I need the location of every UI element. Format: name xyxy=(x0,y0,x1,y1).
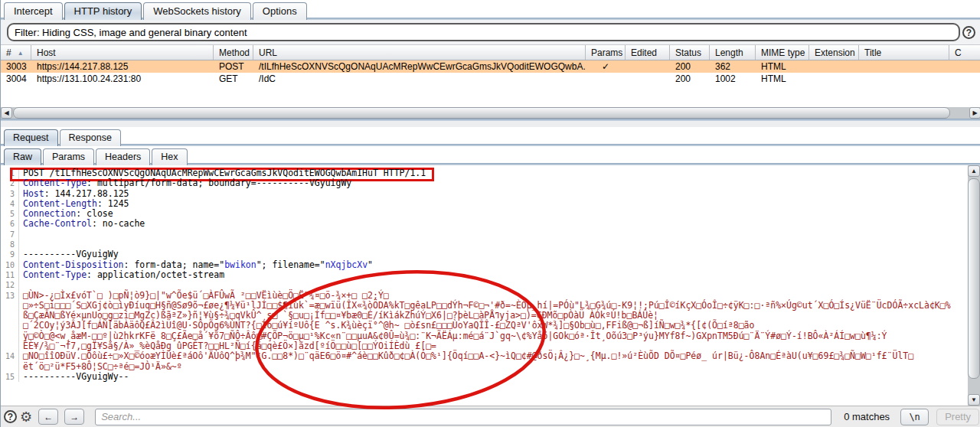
request-line: 11Content-Type: application/octet-stream xyxy=(1,270,969,280)
table-cell: https://144.217.88.125 xyxy=(31,60,214,73)
gear-icon[interactable]: ⚙ xyxy=(20,410,32,424)
table-cell: 200 xyxy=(670,60,710,73)
table-horizontal-scrollbar[interactable]: ◀ ▶ xyxy=(1,107,980,119)
table-cell xyxy=(626,73,670,85)
search-input[interactable] xyxy=(95,409,831,425)
filter-bar[interactable]: Filter: Hiding CSS, image and general bi… xyxy=(7,23,960,41)
line-text: □ÙN>-¿□Ìx£vóT`□ )□pÑ¦ò9}□|"w^Õe$ü´□ÀFÛwÃ… xyxy=(19,291,389,301)
editor-vertical-scrollbar[interactable]: ▲ ▼ xyxy=(968,165,980,406)
sort-ascending-icon: ▲ xyxy=(18,50,24,57)
scroll-up-icon[interactable]: ▲ xyxy=(968,165,980,177)
table-cell: POST xyxy=(214,60,253,73)
request-line: □´2COy¦ý3ÂJ[f□ÁÑ[äbÀäôQ£Â2ìÜî@U·SÔpÕg6%Ù… xyxy=(1,321,969,331)
request-line: 9----------VGyuigWy xyxy=(1,249,969,259)
request-line: 8 xyxy=(1,240,969,249)
request-line: 6Cache-Control: no-cache xyxy=(1,219,969,229)
help-icon[interactable]: ? xyxy=(4,410,17,423)
column-header-mime-type[interactable]: MIME type xyxy=(756,45,809,60)
request-line: 3Host: 144.217.88.125 xyxy=(1,189,969,199)
scroll-left-icon[interactable]: ◀ xyxy=(1,107,12,119)
column-header-extension[interactable]: Extension xyxy=(809,45,859,60)
table-header-row: #▲HostMethodURLParamsEditedStatusLengthM… xyxy=(1,44,980,60)
line-number: 13 xyxy=(1,291,19,301)
panel-splitter[interactable] xyxy=(1,121,980,127)
line-number: 15 xyxy=(1,372,19,382)
tab-http-history[interactable]: HTTP history xyxy=(64,2,142,20)
previous-match-button[interactable]: ← xyxy=(38,409,58,425)
column-header-c[interactable]: C xyxy=(949,45,980,60)
column-header-length[interactable]: Length xyxy=(710,45,756,60)
request-line: 4Content-Length: 1245 xyxy=(1,199,969,209)
line-number xyxy=(1,311,19,321)
line-number xyxy=(1,331,19,341)
scrollbar-thumb[interactable] xyxy=(13,107,950,119)
table-cell: https://131.100.24.231:80 xyxy=(31,73,214,85)
table-cell xyxy=(626,60,670,73)
line-text: Content-Length: 1245 xyxy=(19,199,129,209)
table-cell xyxy=(809,73,859,85)
subtab-hex[interactable]: Hex xyxy=(152,148,187,165)
line-text xyxy=(19,280,23,290)
line-text: ----------VGyuigWy-- xyxy=(19,372,129,382)
column-header-status[interactable]: Status xyxy=(670,45,710,60)
table-cell: 1002 xyxy=(710,73,756,85)
line-text: Cache-Control: no-cache xyxy=(19,219,145,229)
subtab-headers[interactable]: Headers xyxy=(96,148,150,165)
table-cell: 200 xyxy=(670,73,710,85)
line-number: 12 xyxy=(1,280,19,290)
tab-options[interactable]: Options xyxy=(253,2,307,20)
tab-intercept[interactable]: Intercept xyxy=(4,2,63,20)
request-line: 2Content-Type: multipart/form-data; boun… xyxy=(1,178,969,188)
request-line: 15----------VGyuigWy-- xyxy=(1,372,969,382)
scroll-right-icon[interactable]: ▶ xyxy=(969,107,980,119)
request-line: 14□NO□îîOÐüV.□Öôù£÷□»X□©óoæYÌUè£ªáOô'ÄÙô… xyxy=(1,351,969,361)
pretty-button[interactable]: Pretty xyxy=(936,409,979,425)
table-cell xyxy=(949,60,980,73)
column-header-host[interactable]: Host xyxy=(31,45,214,60)
tab-response[interactable]: Response xyxy=(60,129,121,146)
table-cell xyxy=(859,60,949,73)
request-editor[interactable]: 1POST /tILfhHeScOXNVScQgONAqUAcMRepWwCEw… xyxy=(1,165,969,406)
line-number: 8 xyxy=(1,240,19,249)
subtab-params[interactable]: Params xyxy=(43,148,94,165)
tab-request[interactable]: Request xyxy=(4,129,58,146)
line-text: □´2COy¦ý3ÂJ[f□ÁÑ[äbÀäôQ£Â2ìÜî@U·SÔpÕg6%Ù… xyxy=(19,321,754,331)
table-cell: 362 xyxy=(710,60,756,73)
table-cell: 3003 xyxy=(1,60,31,73)
search-bar: ? ⚙ ← → 0 matches \n Pretty xyxy=(1,406,980,427)
line-number xyxy=(1,362,19,372)
help-icon[interactable]: ? xyxy=(962,26,975,39)
message-view-tab-bar: RawParamsHeadersHex xyxy=(1,146,980,165)
match-count-label: 0 matches xyxy=(844,411,890,422)
http-history-table: #▲HostMethodURLParamsEditedStatusLengthM… xyxy=(1,44,980,107)
column-header-url[interactable]: URL xyxy=(253,45,586,60)
regex-newline-button[interactable]: \n xyxy=(900,409,929,425)
line-number xyxy=(1,321,19,331)
table-cell: /IdC xyxy=(253,73,586,85)
table-cell: HTML xyxy=(756,73,809,85)
scroll-down-icon[interactable]: ▼ xyxy=(968,394,980,406)
subtab-raw[interactable]: Raw xyxy=(4,148,41,165)
column-header-method[interactable]: Method xyxy=(214,45,253,60)
next-match-button[interactable]: → xyxy=(64,409,84,425)
table-body: 3003https://144.217.88.125POST/tILfhHeSc… xyxy=(1,60,980,85)
tab-websockets-history[interactable]: WebSockets history xyxy=(143,2,251,20)
column-header-edited[interactable]: Edited xyxy=(626,45,670,60)
table-row[interactable]: 3004https://131.100.24.231:80GET/IdC2001… xyxy=(1,73,980,85)
table-cell xyxy=(586,73,626,85)
scrollbar-thumb[interactable] xyxy=(968,178,980,379)
table-row[interactable]: 3003https://144.217.88.125POST/tILfhHeSc… xyxy=(1,60,980,73)
request-line: 5Connection: close xyxy=(1,209,969,219)
table-cell xyxy=(809,60,859,73)
line-text: ët´ö□²ü*F5+8Ô¦SC□÷ªé□=JÒ¹Ä»&~º xyxy=(19,362,182,372)
request-line: 13□ÙN>-¿□Ìx£vóT`□ )□pÑ¦ò9}□|"w^Õe$ü´□ÀFÛ… xyxy=(1,291,969,301)
line-number: 11 xyxy=(1,270,19,280)
line-number: 9 xyxy=(1,249,19,259)
filter-text: Filter: Hiding CSS, image and general bi… xyxy=(15,27,247,38)
column-header-#[interactable]: #▲ xyxy=(1,45,31,60)
column-header-params[interactable]: Params xyxy=(586,45,626,60)
table-cell: HTML xyxy=(756,60,809,73)
column-header-title[interactable]: Title xyxy=(859,45,949,60)
viewer-tab-bar: RequestResponse xyxy=(1,127,980,146)
line-text: Content-Type: application/octet-stream xyxy=(19,270,224,280)
